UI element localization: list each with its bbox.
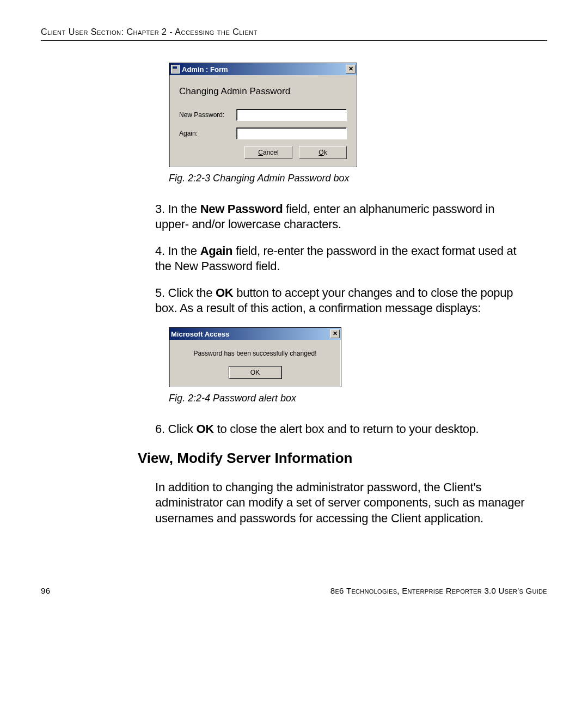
step-4: 4. In the Again field, re-enter the pass…	[155, 243, 531, 273]
password-alert-dialog: Microsoft Access ✕ Password has been suc…	[169, 327, 341, 387]
again-input[interactable]	[236, 127, 347, 139]
new-password-label: New Password:	[179, 111, 236, 119]
step-5: 5. Click the OK button to accept your ch…	[155, 285, 531, 315]
page-number: 96	[41, 586, 50, 595]
section-paragraph: In addition to changing the administrato…	[155, 480, 531, 527]
alert-message: Password has been successfully changed!	[169, 340, 341, 364]
close-button[interactable]: ✕	[346, 65, 356, 74]
alert-ok-button[interactable]: OK	[229, 366, 282, 379]
close-button[interactable]: ✕	[330, 329, 340, 338]
ok-button[interactable]: Ok	[299, 146, 347, 159]
figure-caption-1: Fig. 2:2-3 Changing Admin Password box	[169, 173, 547, 184]
dialog-title: Microsoft Access	[171, 330, 229, 338]
new-password-input[interactable]	[236, 109, 347, 121]
footer-right: 8e6 Technologies, Enterprise Reporter 3.…	[330, 586, 547, 595]
admin-password-dialog: Admin : Form ✕ Changing Admin Password N…	[169, 63, 357, 167]
cancel-button[interactable]: Cancel	[244, 146, 292, 159]
section-heading: View, Modify Server Information	[138, 450, 547, 467]
dialog-titlebar: Microsoft Access ✕	[169, 328, 341, 340]
dialog-titlebar: Admin : Form ✕	[169, 63, 357, 75]
again-label: Again:	[179, 130, 236, 137]
step-3: 3. In the New Password field, enter an a…	[155, 202, 531, 231]
dialog-title: Admin : Form	[182, 65, 228, 74]
step-6: 6. Click OK to close the alert box and t…	[155, 422, 531, 437]
figure-caption-2: Fig. 2:2-4 Password alert box	[169, 393, 547, 404]
running-head: Client User Section: Chapter 2 - Accessi…	[41, 27, 547, 41]
dialog-heading: Changing Admin Password	[179, 86, 347, 97]
form-icon	[171, 65, 180, 74]
